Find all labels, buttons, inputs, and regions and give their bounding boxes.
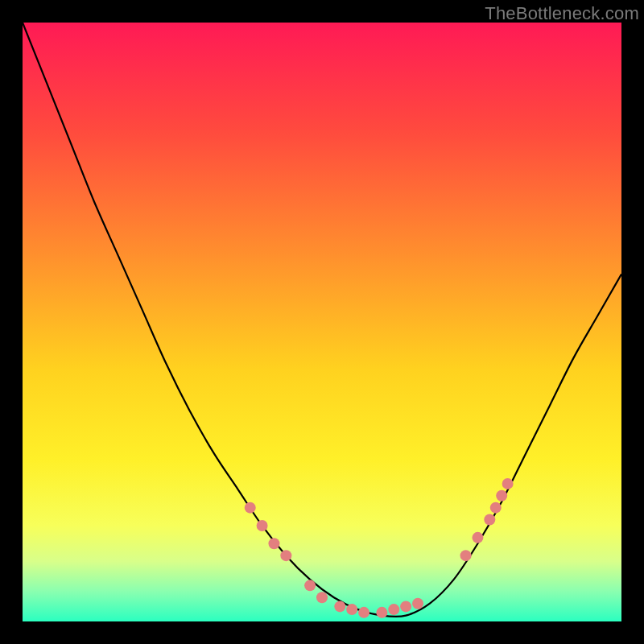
highlight-dot (490, 502, 502, 514)
watermark-text: TheBottleneck.com (485, 3, 639, 24)
highlight-dot (376, 607, 387, 618)
highlight-dot (346, 604, 357, 615)
highlight-dot (358, 607, 369, 618)
highlight-dot (268, 538, 279, 549)
highlight-dot (304, 580, 316, 591)
highlight-dot (388, 604, 399, 615)
bottleneck-chart (23, 23, 621, 621)
highlight-dot (412, 598, 423, 609)
highlight-dot (460, 550, 472, 561)
highlight-dot (472, 532, 483, 543)
highlight-dot (496, 490, 507, 502)
highlight-dot (316, 592, 328, 603)
highlight-dot (245, 502, 256, 514)
highlight-dot (334, 601, 345, 612)
highlight-dot (400, 601, 411, 612)
gradient-background (23, 23, 621, 621)
highlight-dot (280, 550, 291, 561)
highlight-dot (502, 478, 514, 489)
chart-frame (23, 23, 621, 621)
highlight-dot (484, 514, 495, 526)
highlight-dot (257, 520, 268, 531)
